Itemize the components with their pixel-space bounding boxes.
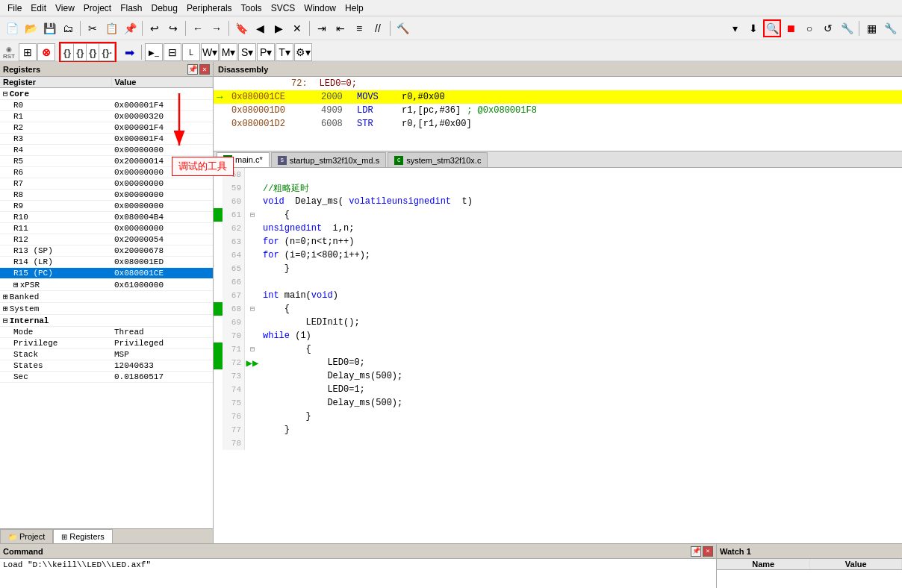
trace-dropdown[interactable]: T▾ <box>276 43 293 61</box>
menu-debug[interactable]: Debug <box>147 1 182 15</box>
menu-svcs[interactable]: SVCS <box>267 1 300 15</box>
panel-close-icon[interactable]: ✕ <box>199 64 210 75</box>
command-pin-icon[interactable]: 📌 <box>691 546 701 557</box>
project-tab[interactable]: 📁 Project <box>0 529 53 543</box>
code-text[interactable]: for (i=0;i<800;i++); <box>260 248 902 262</box>
redo-button[interactable]: ↪ <box>164 19 182 37</box>
next-statement-button[interactable]: ➡ <box>120 43 138 61</box>
reset-button[interactable]: ↺ <box>819 19 837 37</box>
tab-system[interactable]: c system_stm32f10x.c <box>388 152 488 167</box>
outdent-button[interactable]: ⇤ <box>332 19 349 37</box>
code-text[interactable]: void Delay_ms( volatile unsigned int t) <box>260 195 902 208</box>
code-text[interactable]: unsigned int i,n; <box>260 222 902 235</box>
code-text[interactable]: Delay_ms(500); <box>260 369 902 383</box>
locals-btn[interactable]: L <box>182 43 200 61</box>
menu-tools[interactable]: Tools <box>237 1 267 15</box>
stop-debug-button[interactable]: ⊗ <box>37 43 55 61</box>
menu-help[interactable]: Help <box>340 1 368 15</box>
cmdwin-button[interactable]: ▶_ <box>145 43 163 61</box>
run-button[interactable]: ○ <box>800 19 818 37</box>
cut-button[interactable]: ✂ <box>84 19 102 37</box>
run-to-cursor-button[interactable]: {}· <box>99 43 115 61</box>
command-content[interactable]: Load "D:\\keill\\LED\\LED.axf" <box>0 559 716 588</box>
step-out-button[interactable]: {} <box>87 43 99 61</box>
code-text[interactable]: int main(void) <box>260 289 902 302</box>
step-over-button[interactable]: {} <box>74 43 87 61</box>
code-text[interactable] <box>260 275 902 289</box>
code-text[interactable]: } <box>260 262 902 275</box>
bookmark-clear-button[interactable]: ✕ <box>288 19 306 37</box>
window-layout-button[interactable]: ▦ <box>862 19 880 37</box>
tab-startup[interactable]: s startup_stm32f10x_md.s <box>271 152 386 167</box>
code-text[interactable]: LED0=1; <box>260 383 902 396</box>
nav-forward-button[interactable]: → <box>208 19 226 37</box>
stop-button[interactable]: ⏹ <box>782 19 800 37</box>
code-text[interactable]: //粗略延时 <box>260 181 902 195</box>
panel-pin-icon[interactable]: 📌 <box>187 64 198 75</box>
code-indicator[interactable]: ⊟ <box>245 208 260 222</box>
code-line-number: 70 <box>223 329 245 343</box>
code-text[interactable]: while (1) <box>260 329 902 343</box>
rst-button[interactable]: ◉ RST <box>3 46 15 60</box>
perf-btn[interactable]: P▾ <box>257 43 275 61</box>
panel-controls: 📌 ✕ <box>187 64 210 75</box>
paste-button[interactable]: 📌 <box>121 19 139 37</box>
bookmark-button[interactable]: 🔖 <box>232 19 250 37</box>
code-text[interactable] <box>260 168 902 181</box>
expand-icon[interactable]: ⊟ <box>3 316 8 325</box>
new-button[interactable]: 📄 <box>3 19 21 37</box>
code-line: 65 } <box>214 262 902 275</box>
comment-button[interactable]: // <box>369 19 387 37</box>
code-text[interactable]: } <box>260 410 902 423</box>
open-button[interactable]: 📂 <box>22 19 40 37</box>
menu-project[interactable]: Project <box>79 1 116 15</box>
debug-active-button[interactable]: 🔍 <box>763 19 781 37</box>
menu-flash[interactable]: Flash <box>116 1 146 15</box>
menu-edit[interactable]: Edit <box>26 1 51 15</box>
code-indicator[interactable]: ▶▶ <box>245 356 260 369</box>
step-into-button[interactable]: {} <box>60 43 74 61</box>
indent-button[interactable]: ⇥ <box>313 19 331 37</box>
code-text[interactable]: } <box>260 423 902 437</box>
code-indicator[interactable]: ⊟ <box>245 302 260 316</box>
build-button[interactable]: 🔨 <box>394 19 411 37</box>
format-button[interactable]: ≡ <box>350 19 368 37</box>
settings2-button[interactable]: 🔧 <box>838 19 856 37</box>
code-text[interactable]: { <box>260 208 902 222</box>
code-text[interactable]: { <box>260 343 902 356</box>
code-text[interactable]: { <box>260 302 902 316</box>
code-text[interactable] <box>260 437 902 450</box>
bookmark-prev-button[interactable]: ◀ <box>251 19 269 37</box>
spanner-button[interactable]: 🔧 <box>881 19 899 37</box>
code-text[interactable]: for (n=0;n<t;n++) <box>260 235 902 248</box>
code-text[interactable]: Delay_ms(500); <box>260 396 902 410</box>
copy-button[interactable]: 📋 <box>102 19 120 37</box>
disasm-btn[interactable]: ⊟ <box>164 43 181 61</box>
expand-icon[interactable]: ⊞ <box>3 292 8 301</box>
load-button[interactable]: ⬇ <box>744 19 762 37</box>
extra-dropdown[interactable]: ⚙▾ <box>294 43 312 61</box>
save-all-button[interactable]: 🗂 <box>59 19 77 37</box>
menu-file[interactable]: File <box>3 1 26 15</box>
code-text[interactable]: LED0=0; <box>260 356 902 369</box>
menu-window[interactable]: Window <box>299 1 340 15</box>
expand-icon[interactable]: ⊞ <box>3 304 8 313</box>
undo-button[interactable]: ↩ <box>146 19 164 37</box>
serial-dropdown[interactable]: S▾ <box>238 43 256 61</box>
code-text[interactable]: LEDInit(); <box>260 316 902 329</box>
memory-dropdown[interactable]: M▾ <box>220 43 237 61</box>
nav-back-button[interactable]: ← <box>189 19 207 37</box>
code-indicator[interactable]: ⊟ <box>245 343 260 356</box>
bookmark-next-button[interactable]: ▶ <box>270 19 287 37</box>
watch-dropdown[interactable]: W▾ <box>201 43 219 61</box>
menu-peripherals[interactable]: Peripherals <box>182 1 237 15</box>
save-button[interactable]: 💾 <box>40 19 58 37</box>
expand-icon[interactable]: ⊞ <box>13 280 19 290</box>
expand-icon[interactable]: ⊟ <box>3 89 8 98</box>
disassembly-header: Disassembly <box>214 62 902 77</box>
registers-tab[interactable]: ⊞ Registers <box>53 529 112 543</box>
debug-dropdown[interactable]: ▾ <box>726 19 744 37</box>
registers-view-button[interactable]: ⊞ <box>19 43 37 61</box>
menu-view[interactable]: View <box>51 1 79 15</box>
command-close-icon[interactable]: ✕ <box>703 546 713 557</box>
